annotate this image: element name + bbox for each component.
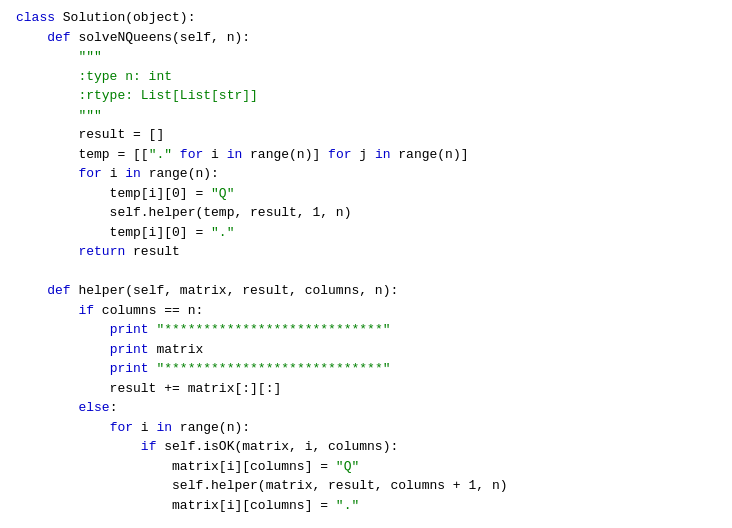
code-line-11: self.helper(temp, result, 1, n) [0, 203, 732, 223]
code-line-9: for i in range(n): [0, 164, 732, 184]
code-line-24: matrix[i][columns] = "Q" [0, 457, 732, 477]
code-line-23: if self.isOK(matrix, i, columns): [0, 437, 732, 457]
code-line-18: print matrix [0, 340, 732, 360]
code-line-17: print "****************************" [0, 320, 732, 340]
code-line-16: if columns == n: [0, 301, 732, 321]
code-line-12: temp[i][0] = "." [0, 223, 732, 243]
code-line-25: self.helper(matrix, result, columns + 1,… [0, 476, 732, 496]
code-line-5: :rtype: List[List[str]] [0, 86, 732, 106]
code-line-2: def solveNQueens(self, n): [0, 28, 732, 48]
code-line-10: temp[i][0] = "Q" [0, 184, 732, 204]
code-line-13: return result [0, 242, 732, 262]
code-editor: class Solution(object): def solveNQueens… [0, 0, 732, 528]
code-line-14 [0, 262, 732, 282]
code-line-26: matrix[i][columns] = "." [0, 496, 732, 516]
code-line-22: for i in range(n): [0, 418, 732, 438]
code-line-21: else: [0, 398, 732, 418]
code-line-7: result = [] [0, 125, 732, 145]
code-line-19: print "****************************" [0, 359, 732, 379]
code-line-3: """ [0, 47, 732, 67]
code-line-4: :type n: int [0, 67, 732, 87]
code-line-15: def helper(self, matrix, result, columns… [0, 281, 732, 301]
code-line-27 [0, 515, 732, 528]
code-line-6: """ [0, 106, 732, 126]
code-line-8: temp = [["." for i in range(n)] for j in… [0, 145, 732, 165]
code-line-1: class Solution(object): [0, 8, 732, 28]
code-line-20: result += matrix[:][:] [0, 379, 732, 399]
